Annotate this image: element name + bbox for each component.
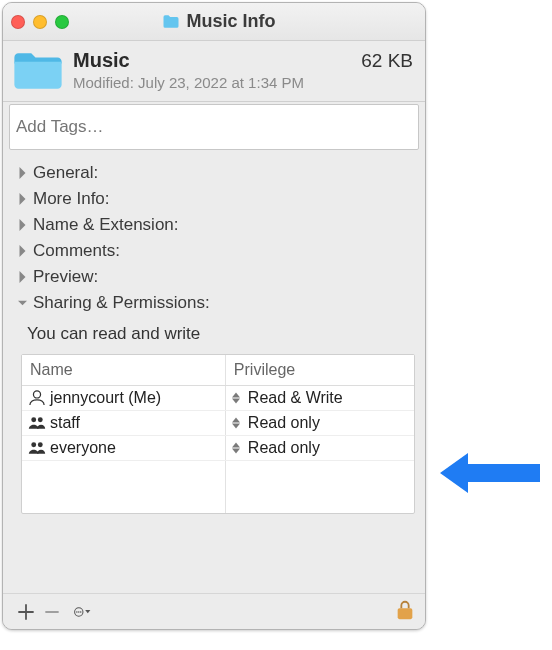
table-body: jennycourt (Me) Read & Write — [22, 386, 414, 513]
chevron-down-icon — [15, 297, 29, 309]
col-header-name[interactable]: Name — [22, 355, 226, 385]
group-icon — [28, 440, 46, 456]
svg-point-8 — [80, 611, 82, 613]
svg-point-6 — [76, 611, 78, 613]
svg-point-2 — [38, 417, 43, 422]
table-row[interactable]: jennycourt (Me) Read & Write — [22, 386, 414, 411]
modified-label: Modified: — [73, 74, 134, 91]
person-icon — [28, 390, 46, 406]
svg-point-7 — [78, 611, 80, 613]
user-name: everyone — [50, 439, 116, 457]
remove-button[interactable] — [39, 601, 65, 623]
table-row[interactable]: staff Read only — [22, 411, 414, 436]
section-more-info[interactable]: More Info: — [7, 186, 421, 212]
window-title: Music Info — [187, 11, 276, 32]
section-preview[interactable]: Preview: — [7, 264, 421, 290]
section-label: Name & Extension: — [33, 215, 179, 235]
group-icon — [28, 415, 46, 431]
add-button[interactable] — [13, 601, 39, 623]
col-header-privilege[interactable]: Privilege — [226, 355, 414, 385]
permissions-note: You can read and write — [21, 318, 415, 354]
tags-input[interactable] — [9, 104, 419, 150]
privilege-value[interactable]: Read & Write — [248, 389, 343, 407]
item-name: Music — [73, 49, 361, 72]
section-sharing-permissions[interactable]: Sharing & Permissions: — [7, 290, 421, 316]
section-label: More Info: — [33, 189, 110, 209]
user-name: staff — [50, 414, 80, 432]
privilege-value[interactable]: Read only — [248, 414, 320, 432]
chevron-right-icon — [15, 193, 29, 205]
folder-icon — [11, 49, 65, 93]
footer-toolbar — [3, 593, 425, 629]
tags-field-wrap — [3, 102, 425, 156]
section-label: Comments: — [33, 241, 120, 261]
svg-point-0 — [33, 391, 40, 398]
action-menu-button[interactable] — [65, 601, 99, 623]
section-label: General: — [33, 163, 98, 183]
callout-arrow-icon — [440, 450, 540, 496]
chevron-right-icon — [15, 219, 29, 231]
chevron-right-icon — [15, 167, 29, 179]
section-name-extension[interactable]: Name & Extension: — [7, 212, 421, 238]
stepper-icon[interactable] — [230, 415, 242, 431]
folder-icon — [161, 12, 181, 32]
svg-point-3 — [31, 442, 36, 447]
modified-value: July 23, 2022 at 1:34 PM — [138, 74, 304, 91]
lock-icon[interactable] — [395, 599, 415, 625]
chevron-right-icon — [15, 271, 29, 283]
stepper-icon[interactable] — [230, 440, 242, 456]
header: Music Modified: July 23, 2022 at 1:34 PM… — [3, 41, 425, 102]
svg-point-4 — [38, 442, 43, 447]
permissions-table: Name Privilege jennycourt (Me) — [21, 354, 415, 514]
user-name: jennycourt (Me) — [50, 389, 161, 407]
table-row[interactable]: everyone Read only — [22, 436, 414, 461]
svg-point-1 — [31, 417, 36, 422]
section-comments[interactable]: Comments: — [7, 238, 421, 264]
section-general[interactable]: General: — [7, 160, 421, 186]
modified-line: Modified: July 23, 2022 at 1:34 PM — [73, 74, 361, 91]
section-label: Preview: — [33, 267, 98, 287]
section-label: Sharing & Permissions: — [33, 293, 210, 313]
table-empty-space — [22, 461, 414, 513]
chevron-right-icon — [15, 245, 29, 257]
permissions-panel: You can read and write Name Privilege je… — [3, 318, 425, 520]
stepper-icon[interactable] — [230, 390, 242, 406]
item-size: 62 KB — [361, 50, 413, 72]
privilege-value[interactable]: Read only — [248, 439, 320, 457]
sections: General: More Info: Name & Extension: Co… — [3, 156, 425, 318]
table-header: Name Privilege — [22, 355, 414, 386]
titlebar: Music Info — [3, 3, 425, 41]
info-window: Music Info Music Modified: July 23, 2022… — [2, 2, 426, 630]
